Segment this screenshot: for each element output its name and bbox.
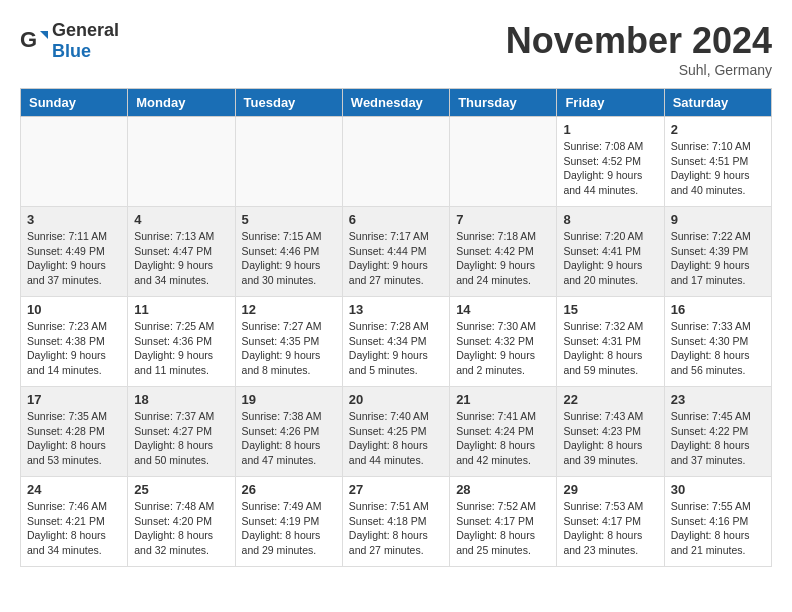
day-info: Sunrise: 7:30 AM Sunset: 4:32 PM Dayligh… <box>456 319 550 378</box>
calendar-cell: 29Sunrise: 7:53 AM Sunset: 4:17 PM Dayli… <box>557 477 664 567</box>
calendar-cell: 30Sunrise: 7:55 AM Sunset: 4:16 PM Dayli… <box>664 477 771 567</box>
calendar-cell: 23Sunrise: 7:45 AM Sunset: 4:22 PM Dayli… <box>664 387 771 477</box>
day-number: 29 <box>563 482 657 497</box>
day-info: Sunrise: 7:22 AM Sunset: 4:39 PM Dayligh… <box>671 229 765 288</box>
weekday-header: Saturday <box>664 89 771 117</box>
day-info: Sunrise: 7:32 AM Sunset: 4:31 PM Dayligh… <box>563 319 657 378</box>
calendar-cell: 22Sunrise: 7:43 AM Sunset: 4:23 PM Dayli… <box>557 387 664 477</box>
calendar-cell: 16Sunrise: 7:33 AM Sunset: 4:30 PM Dayli… <box>664 297 771 387</box>
day-info: Sunrise: 7:55 AM Sunset: 4:16 PM Dayligh… <box>671 499 765 558</box>
day-number: 24 <box>27 482 121 497</box>
weekday-header: Thursday <box>450 89 557 117</box>
day-number: 14 <box>456 302 550 317</box>
day-info: Sunrise: 7:28 AM Sunset: 4:34 PM Dayligh… <box>349 319 443 378</box>
day-info: Sunrise: 7:35 AM Sunset: 4:28 PM Dayligh… <box>27 409 121 468</box>
calendar-row: 3Sunrise: 7:11 AM Sunset: 4:49 PM Daylig… <box>21 207 772 297</box>
calendar-row: 24Sunrise: 7:46 AM Sunset: 4:21 PM Dayli… <box>21 477 772 567</box>
day-info: Sunrise: 7:23 AM Sunset: 4:38 PM Dayligh… <box>27 319 121 378</box>
calendar-cell <box>21 117 128 207</box>
calendar-row: 10Sunrise: 7:23 AM Sunset: 4:38 PM Dayli… <box>21 297 772 387</box>
calendar-cell: 2Sunrise: 7:10 AM Sunset: 4:51 PM Daylig… <box>664 117 771 207</box>
calendar-cell <box>342 117 449 207</box>
day-number: 28 <box>456 482 550 497</box>
calendar-cell: 15Sunrise: 7:32 AM Sunset: 4:31 PM Dayli… <box>557 297 664 387</box>
day-number: 20 <box>349 392 443 407</box>
calendar-table: SundayMondayTuesdayWednesdayThursdayFrid… <box>20 88 772 567</box>
calendar-cell: 4Sunrise: 7:13 AM Sunset: 4:47 PM Daylig… <box>128 207 235 297</box>
calendar-cell: 9Sunrise: 7:22 AM Sunset: 4:39 PM Daylig… <box>664 207 771 297</box>
month-title: November 2024 <box>506 20 772 62</box>
calendar-cell: 25Sunrise: 7:48 AM Sunset: 4:20 PM Dayli… <box>128 477 235 567</box>
day-info: Sunrise: 7:17 AM Sunset: 4:44 PM Dayligh… <box>349 229 443 288</box>
calendar-cell <box>450 117 557 207</box>
day-number: 23 <box>671 392 765 407</box>
calendar-cell: 6Sunrise: 7:17 AM Sunset: 4:44 PM Daylig… <box>342 207 449 297</box>
day-info: Sunrise: 7:38 AM Sunset: 4:26 PM Dayligh… <box>242 409 336 468</box>
calendar-cell: 14Sunrise: 7:30 AM Sunset: 4:32 PM Dayli… <box>450 297 557 387</box>
logo-text: General Blue <box>52 20 119 62</box>
calendar-cell: 11Sunrise: 7:25 AM Sunset: 4:36 PM Dayli… <box>128 297 235 387</box>
day-info: Sunrise: 7:15 AM Sunset: 4:46 PM Dayligh… <box>242 229 336 288</box>
logo-icon: G <box>20 27 48 55</box>
calendar-cell: 12Sunrise: 7:27 AM Sunset: 4:35 PM Dayli… <box>235 297 342 387</box>
svg-marker-1 <box>40 31 48 39</box>
calendar-cell: 27Sunrise: 7:51 AM Sunset: 4:18 PM Dayli… <box>342 477 449 567</box>
svg-text:G: G <box>20 27 37 52</box>
day-number: 26 <box>242 482 336 497</box>
day-number: 3 <box>27 212 121 227</box>
day-number: 12 <box>242 302 336 317</box>
day-number: 7 <box>456 212 550 227</box>
calendar-header-row: SundayMondayTuesdayWednesdayThursdayFrid… <box>21 89 772 117</box>
calendar-cell: 28Sunrise: 7:52 AM Sunset: 4:17 PM Dayli… <box>450 477 557 567</box>
day-info: Sunrise: 7:25 AM Sunset: 4:36 PM Dayligh… <box>134 319 228 378</box>
day-number: 6 <box>349 212 443 227</box>
day-info: Sunrise: 7:40 AM Sunset: 4:25 PM Dayligh… <box>349 409 443 468</box>
day-number: 1 <box>563 122 657 137</box>
day-number: 15 <box>563 302 657 317</box>
day-info: Sunrise: 7:33 AM Sunset: 4:30 PM Dayligh… <box>671 319 765 378</box>
day-number: 2 <box>671 122 765 137</box>
day-info: Sunrise: 7:45 AM Sunset: 4:22 PM Dayligh… <box>671 409 765 468</box>
day-number: 30 <box>671 482 765 497</box>
calendar-cell: 3Sunrise: 7:11 AM Sunset: 4:49 PM Daylig… <box>21 207 128 297</box>
day-info: Sunrise: 7:37 AM Sunset: 4:27 PM Dayligh… <box>134 409 228 468</box>
logo: G General Blue <box>20 20 119 62</box>
logo-general: General <box>52 20 119 40</box>
day-number: 5 <box>242 212 336 227</box>
day-info: Sunrise: 7:08 AM Sunset: 4:52 PM Dayligh… <box>563 139 657 198</box>
calendar-row: 17Sunrise: 7:35 AM Sunset: 4:28 PM Dayli… <box>21 387 772 477</box>
calendar-cell: 21Sunrise: 7:41 AM Sunset: 4:24 PM Dayli… <box>450 387 557 477</box>
day-number: 4 <box>134 212 228 227</box>
logo-blue: Blue <box>52 41 91 61</box>
day-info: Sunrise: 7:51 AM Sunset: 4:18 PM Dayligh… <box>349 499 443 558</box>
calendar-cell: 13Sunrise: 7:28 AM Sunset: 4:34 PM Dayli… <box>342 297 449 387</box>
weekday-header: Wednesday <box>342 89 449 117</box>
day-number: 16 <box>671 302 765 317</box>
day-number: 17 <box>27 392 121 407</box>
day-number: 21 <box>456 392 550 407</box>
day-info: Sunrise: 7:18 AM Sunset: 4:42 PM Dayligh… <box>456 229 550 288</box>
day-info: Sunrise: 7:53 AM Sunset: 4:17 PM Dayligh… <box>563 499 657 558</box>
weekday-header: Friday <box>557 89 664 117</box>
day-number: 27 <box>349 482 443 497</box>
day-info: Sunrise: 7:43 AM Sunset: 4:23 PM Dayligh… <box>563 409 657 468</box>
calendar-cell: 26Sunrise: 7:49 AM Sunset: 4:19 PM Dayli… <box>235 477 342 567</box>
calendar-cell: 18Sunrise: 7:37 AM Sunset: 4:27 PM Dayli… <box>128 387 235 477</box>
calendar-cell <box>235 117 342 207</box>
day-number: 11 <box>134 302 228 317</box>
title-area: November 2024 Suhl, Germany <box>506 20 772 78</box>
day-info: Sunrise: 7:41 AM Sunset: 4:24 PM Dayligh… <box>456 409 550 468</box>
day-info: Sunrise: 7:13 AM Sunset: 4:47 PM Dayligh… <box>134 229 228 288</box>
calendar-cell: 24Sunrise: 7:46 AM Sunset: 4:21 PM Dayli… <box>21 477 128 567</box>
calendar-cell: 10Sunrise: 7:23 AM Sunset: 4:38 PM Dayli… <box>21 297 128 387</box>
day-number: 8 <box>563 212 657 227</box>
calendar-cell: 20Sunrise: 7:40 AM Sunset: 4:25 PM Dayli… <box>342 387 449 477</box>
location: Suhl, Germany <box>506 62 772 78</box>
weekday-header: Monday <box>128 89 235 117</box>
day-number: 25 <box>134 482 228 497</box>
day-info: Sunrise: 7:10 AM Sunset: 4:51 PM Dayligh… <box>671 139 765 198</box>
day-info: Sunrise: 7:20 AM Sunset: 4:41 PM Dayligh… <box>563 229 657 288</box>
calendar-cell: 7Sunrise: 7:18 AM Sunset: 4:42 PM Daylig… <box>450 207 557 297</box>
day-info: Sunrise: 7:49 AM Sunset: 4:19 PM Dayligh… <box>242 499 336 558</box>
calendar-cell: 19Sunrise: 7:38 AM Sunset: 4:26 PM Dayli… <box>235 387 342 477</box>
